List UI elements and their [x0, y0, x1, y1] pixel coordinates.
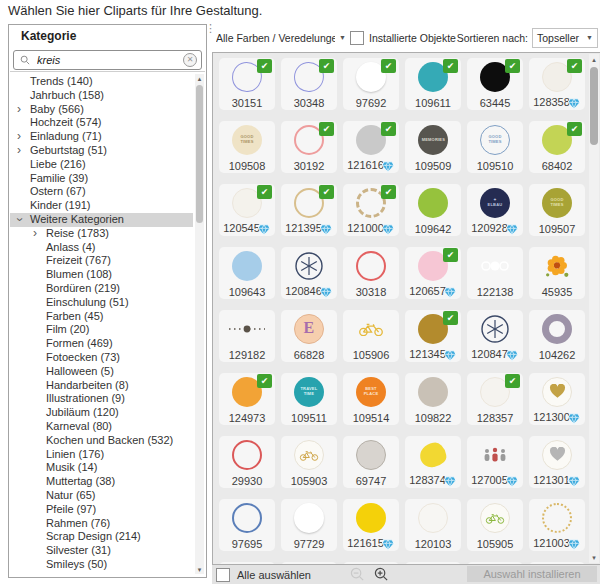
sidebar-item[interactable]: Handarbeiten (8) [10, 379, 193, 393]
clipart-tile[interactable]: 120847 [467, 310, 523, 362]
sidebar-item[interactable]: Smileys (50) [10, 558, 193, 572]
sidebar-item[interactable]: Silvester (31) [10, 544, 193, 558]
clipart-tile[interactable]: ✔ 128357 [467, 373, 523, 425]
chevron-icon[interactable]: › [13, 217, 26, 221]
clipart-tile[interactable]: 45935 [529, 247, 585, 299]
clipart-tile[interactable]: ✔ 97692 [343, 58, 399, 110]
chevron-icon[interactable]: › [17, 103, 21, 116]
sidebar-item[interactable]: Bordüren (219) [10, 282, 193, 296]
clipart-tile[interactable]: 105906 [343, 310, 399, 362]
scroll-up-icon[interactable]: ▴ [195, 74, 204, 83]
sidebar-item[interactable]: Ostern (67) [10, 185, 193, 199]
clipart-tile[interactable]: 30318 [343, 247, 399, 299]
sidebar-item[interactable]: Halloween (5) [10, 365, 193, 379]
sidebar-item[interactable]: Kinder (191) [10, 199, 193, 213]
clipart-tile[interactable]: BEST PLACE 109514 [343, 373, 399, 425]
hide-installed-checkbox[interactable] [350, 31, 364, 45]
sort-dropdown[interactable]: Topseller ▼ [532, 28, 598, 48]
scrollbar-thumb[interactable] [196, 85, 203, 223]
clipart-tile[interactable]: 120846 [281, 247, 337, 299]
clipart-tile[interactable]: ✔ 30348 [281, 58, 337, 110]
clipart-tile[interactable]: 121003 [529, 499, 585, 551]
clipart-tile[interactable]: ✔ 30151 [219, 58, 275, 110]
clipart-tile[interactable]: ✔ 121345 [405, 310, 461, 362]
sidebar-item[interactable]: ›Geburtstag (51) [10, 144, 193, 158]
sidebar-item[interactable]: Muttertag (38) [10, 475, 193, 489]
clipart-tile[interactable]: ✔ 121616 [343, 121, 399, 173]
clipart-tile[interactable]: 121301 [529, 436, 585, 488]
category-search-box[interactable]: ✕ [13, 50, 202, 70]
clipart-tile[interactable]: 121615 [343, 499, 399, 551]
clipart-tile[interactable]: ✔ 120657 [405, 247, 461, 299]
clipart-tile[interactable]: ✔ 120545 [219, 184, 275, 236]
clipart-tile[interactable]: 105903 [281, 436, 337, 488]
clipart-tile[interactable]: ✔ 128358 [529, 58, 585, 110]
clipart-tile[interactable]: 69747 [343, 436, 399, 488]
clipart-tile[interactable]: 97695 [219, 499, 275, 551]
clipart-tile[interactable]: ✔ 63445 [467, 58, 523, 110]
search-input[interactable] [37, 54, 183, 66]
sidebar-item[interactable]: ›Einladung (71) [10, 130, 193, 144]
chevron-icon[interactable]: › [33, 227, 37, 240]
sidebar-item[interactable]: Jahrbuch (158) [10, 89, 193, 103]
clipart-tile[interactable]: ✔ 121000 [343, 184, 399, 236]
clipart-tile[interactable]: 120103 [405, 499, 461, 551]
sidebar-item[interactable]: Farben (45) [10, 310, 193, 324]
sidebar-item[interactable]: ›Reise (1783) [10, 227, 193, 241]
clipart-tile[interactable]: 129182 [219, 310, 275, 362]
sidebar-item[interactable]: Einschulung (51) [10, 296, 193, 310]
clipart-tile[interactable]: 104262 [529, 310, 585, 362]
sidebar-item[interactable]: Formen (469) [10, 337, 193, 351]
zoom-in-icon[interactable] [374, 567, 389, 584]
clipart-tile[interactable]: 109822 [405, 373, 461, 425]
clipart-tile[interactable]: 128374 [405, 436, 461, 488]
panel-splitter-handle[interactable]: ⋮ [205, 26, 209, 31]
sidebar-item[interactable]: Scrap Design (214) [10, 530, 193, 544]
clipart-tile[interactable]: 121300 [529, 373, 585, 425]
clipart-tile[interactable]: GOOD TIMES 109508 [219, 121, 275, 173]
clipart-tile[interactable]: ✦ ELBAU 120928 [467, 184, 523, 236]
clipart-tile[interactable]: GOOD TIMES 109507 [529, 184, 585, 236]
clipart-tile[interactable]: ✔ 68402 [529, 121, 585, 173]
sidebar-item[interactable]: Anlass (4) [10, 241, 193, 255]
scrollbar-thumb[interactable] [590, 67, 598, 145]
select-all-checkbox[interactable] [216, 568, 230, 582]
zoom-out-icon[interactable] [350, 567, 365, 584]
clear-search-icon[interactable]: ✕ [183, 53, 197, 67]
sidebar-item[interactable]: Kochen und Backen (532) [10, 434, 193, 448]
grid-scrollbar[interactable]: ▴ ▾ [589, 54, 599, 563]
sidebar-item[interactable]: Blumen (108) [10, 268, 193, 282]
sidebar-item[interactable]: Liebe (216) [10, 158, 193, 172]
clipart-tile[interactable]: ✔ 124973 [219, 373, 275, 425]
sidebar-item[interactable]: Hochzeit (574) [10, 116, 193, 130]
chevron-icon[interactable]: › [17, 130, 21, 143]
sidebar-item[interactable]: Trends (140) [10, 75, 193, 89]
clipart-tile[interactable]: 122138 [467, 247, 523, 299]
clipart-tile[interactable]: 109642 [405, 184, 461, 236]
clipart-tile[interactable]: 127005 [467, 436, 523, 488]
sidebar-item[interactable]: Freizeit (767) [10, 254, 193, 268]
sidebar-item[interactable]: ›Baby (566) [10, 103, 193, 117]
sidebar-item[interactable]: Natur (65) [10, 489, 193, 503]
sidebar-item[interactable]: Karneval (80) [10, 420, 193, 434]
clipart-tile[interactable]: ✔ 30192 [281, 121, 337, 173]
sidebar-scrollbar[interactable]: ▴ ▾ [195, 74, 204, 574]
sidebar-item[interactable]: Pfeile (97) [10, 503, 193, 517]
sidebar-item[interactable]: Musik (14) [10, 461, 193, 475]
clipart-tile[interactable]: E 66828 [281, 310, 337, 362]
scroll-up-icon[interactable]: ▴ [589, 55, 599, 64]
sidebar-item[interactable]: Illustrationen (9) [10, 392, 193, 406]
sidebar-item[interactable]: Jubiläum (120) [10, 406, 193, 420]
sidebar-item[interactable]: Film (20) [10, 323, 193, 337]
clipart-tile[interactable]: TRAVEL TIME 109511 [281, 373, 337, 425]
clipart-tile[interactable]: ✔ 121395 [281, 184, 337, 236]
scroll-down-icon[interactable]: ▾ [589, 553, 599, 562]
sidebar-item[interactable]: Rahmen (76) [10, 517, 193, 531]
sidebar-item[interactable]: Fotoecken (73) [10, 351, 193, 365]
sidebar-item[interactable]: Familie (39) [10, 172, 193, 186]
clipart-tile[interactable]: GOOD TIMES 109510 [467, 121, 523, 173]
scroll-down-icon[interactable]: ▾ [195, 565, 204, 574]
sidebar-item[interactable]: ›Weitere Kategorien [10, 213, 193, 227]
clipart-tile[interactable]: 109643 [219, 247, 275, 299]
clipart-tile[interactable]: 29930 [219, 436, 275, 488]
